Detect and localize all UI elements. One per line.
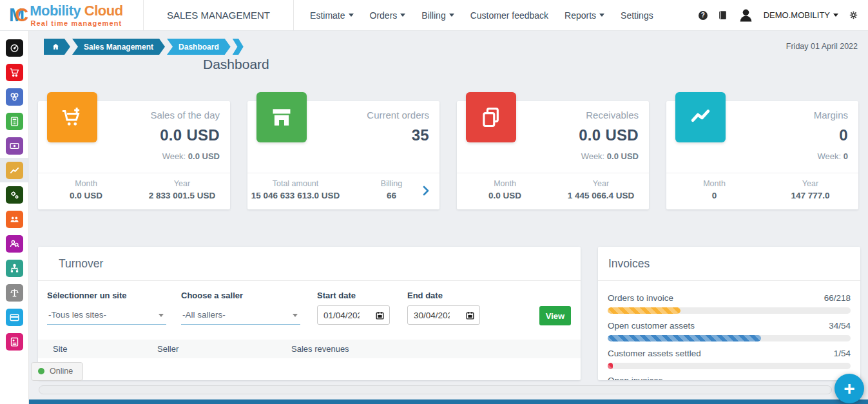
nav-reports[interactable]: Reports (564, 10, 604, 21)
turnover-title: Turnover (38, 247, 581, 271)
card-margins: Margins 0 Week: 0 Month0 Year147 777.0 (666, 101, 858, 209)
app-sidebar (0, 31, 29, 404)
nav-customer-feedback[interactable]: Customer feedback (470, 10, 548, 21)
foot-label: Month (38, 179, 134, 188)
breadcrumb-tail-arrow (233, 39, 244, 55)
scales-icon (6, 284, 23, 302)
chart-line-icon (6, 162, 23, 179)
module-title: SALES MANAGEMENT (143, 0, 294, 30)
credit-card-icon (6, 309, 23, 326)
online-dot-icon (38, 368, 44, 374)
invoice-row-value: 34/54 (829, 321, 851, 331)
page-date: Friday 01 April 2022 (786, 42, 858, 51)
nav-orders[interactable]: Orders (370, 10, 406, 21)
brand-name-secondary: Cloud (84, 3, 123, 19)
foot-label: Month (666, 179, 762, 188)
main-nav: Estimate Orders Billing Customer feedbac… (310, 10, 653, 21)
user-menu[interactable]: DEMO.MOBILITY (764, 10, 838, 20)
turnover-table-header: Site Seller Sales revenues (38, 340, 581, 358)
sidebar-item-accounting[interactable] (0, 109, 29, 133)
end-date-label: End date (407, 291, 480, 300)
app-logo[interactable]: MC Mobility Cloud Real time management (0, 4, 143, 27)
sidebar-item-analytics-active[interactable] (0, 158, 29, 182)
invoice-row-label: Customer assets settled (608, 349, 701, 358)
card-title: Sales of the day (150, 110, 220, 120)
brand-tagline: Real time management (30, 20, 123, 27)
calendar-icon[interactable] (375, 311, 385, 320)
sidebar-item-hr-search[interactable] (0, 231, 29, 256)
sidebar-item-services[interactable] (0, 182, 29, 207)
foot-label: Year (553, 179, 649, 188)
foot-label: Year (134, 179, 230, 188)
chevron-down-icon (293, 314, 298, 317)
foot-value: 2 833 001.5 USD (134, 191, 230, 200)
user-avatar[interactable] (738, 7, 754, 23)
foot-value: 0.0 USD (38, 191, 134, 200)
chevron-right-icon[interactable] (421, 185, 430, 199)
stat-cards-row: Sales of the day 0.0 USD Week: 0.0 USD M… (38, 101, 858, 209)
column-header-sales-revenues: Sales revenues (291, 344, 581, 354)
invoices-panel: Invoices Orders to invoice66/218 Open cu… (598, 247, 860, 380)
foot-label: Month (457, 179, 553, 188)
hierarchy-icon (6, 260, 23, 277)
card-week: Week: 0 (814, 151, 848, 161)
invoice-row-label: Open customer assets (608, 321, 695, 331)
card-title: Receivables (579, 110, 639, 120)
invoices-title: Invoices (598, 247, 860, 271)
foot-value: 1 445 066.4 USD (553, 191, 649, 200)
id-card-icon (6, 333, 23, 351)
help-icon[interactable]: ? (699, 11, 708, 20)
horizontal-scrollbar[interactable] (39, 385, 832, 394)
sidebar-item-organization[interactable] (0, 256, 29, 280)
card-value: 0.0 USD (579, 126, 639, 144)
chevron-down-icon (449, 14, 454, 17)
progress-bar (608, 335, 851, 341)
invoice-row-orders-to-invoice: Orders to invoice66/218 (608, 293, 851, 314)
add-button[interactable]: + (834, 374, 864, 403)
site-select-label: Sélectionner un site (47, 291, 166, 300)
breadcrumb-sales-management[interactable]: Sales Management (72, 39, 165, 55)
turnover-panel: Turnover Sélectionner un site -Tous les … (38, 247, 581, 380)
calendar-icon[interactable] (465, 311, 475, 320)
store-icon (256, 92, 307, 142)
sidebar-item-dashboard[interactable] (0, 35, 29, 60)
breadcrumb-home[interactable] (44, 39, 70, 55)
shopping-cart-icon (6, 64, 23, 81)
sidebar-item-sales[interactable] (0, 60, 29, 84)
dashboard-gauge-icon (6, 39, 23, 57)
progress-bar (608, 307, 851, 314)
card-value: 0 (814, 126, 848, 144)
page-title: Dashboard (203, 57, 269, 72)
start-date-label: Start date (317, 291, 390, 300)
sidebar-item-logistics[interactable] (0, 84, 29, 109)
card-title: Current orders (367, 110, 429, 120)
card-week: Week: 0.0 USD (150, 151, 220, 161)
calculator-icon (6, 113, 23, 130)
seller-select[interactable]: -All sallers- (181, 306, 300, 325)
card-value: 0.0 USD (150, 126, 220, 144)
start-date-input[interactable]: 01/04/2022 (317, 305, 390, 325)
sidebar-item-customers[interactable] (0, 207, 29, 231)
foot-label: Total amount (247, 179, 343, 188)
foot-value: 0 (666, 191, 762, 200)
end-date-input[interactable]: 30/04/2022 (407, 305, 480, 325)
trending-up-icon (675, 92, 726, 142)
view-button[interactable]: View (539, 306, 571, 325)
sidebar-item-contracts[interactable] (0, 329, 29, 354)
invoice-row-label: Open invoices (608, 376, 663, 380)
top-header: MC Mobility Cloud Real time management S… (0, 0, 868, 31)
sidebar-item-cash[interactable] (0, 133, 29, 158)
breadcrumb-dashboard[interactable]: Dashboard (167, 39, 231, 55)
sidebar-item-legal[interactable] (0, 280, 29, 305)
gear-icon[interactable] (848, 10, 859, 21)
invoice-row-label: Orders to invoice (608, 293, 673, 303)
nav-billing[interactable]: Billing (421, 10, 454, 21)
nav-estimate[interactable]: Estimate (310, 10, 353, 21)
sidebar-item-payments[interactable] (0, 305, 29, 329)
manual-book-icon[interactable] (717, 10, 728, 21)
nav-settings[interactable]: Settings (621, 10, 653, 21)
customers-icon (6, 211, 23, 228)
user-search-icon (6, 235, 23, 253)
site-select[interactable]: -Tous les sites- (47, 306, 166, 325)
home-icon (52, 43, 60, 51)
